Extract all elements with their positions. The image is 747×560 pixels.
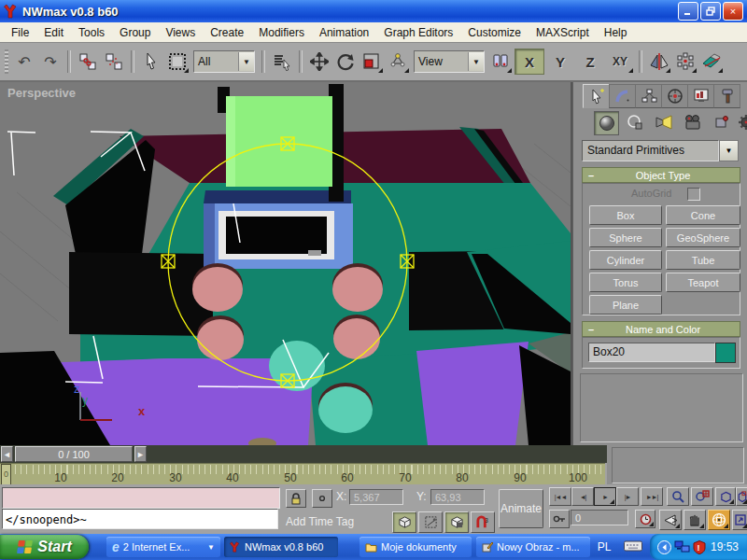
maxscript-mini-listener[interactable] <box>2 487 280 509</box>
taskbar-clock[interactable]: 19:53 <box>711 540 739 553</box>
category-systems[interactable] <box>734 111 747 133</box>
language-indicator[interactable]: PL <box>594 539 614 555</box>
zoom-all-icon[interactable] <box>691 487 713 506</box>
keyboard-icon[interactable] <box>624 539 642 553</box>
frame-forward-arrow[interactable]: ► <box>134 446 147 462</box>
spinner-snap-icon[interactable]: 3 <box>471 511 495 533</box>
close-button[interactable]: × <box>723 2 743 21</box>
undo-icon[interactable]: ↶ <box>12 49 36 74</box>
select-and-link-icon[interactable] <box>76 49 100 74</box>
network-icon[interactable] <box>674 540 690 554</box>
restrict-xy-plane-button[interactable]: XY <box>606 49 634 74</box>
select-and-rotate-icon[interactable] <box>333 49 358 74</box>
tab-display[interactable] <box>687 84 714 108</box>
snaps-toggle-icon[interactable] <box>386 49 410 74</box>
pan-view-icon[interactable] <box>684 510 706 530</box>
perspective-viewport[interactable]: Perspective <box>0 82 572 445</box>
menu-maxscript[interactable]: MAXScript <box>529 23 597 42</box>
zoom-extents-all-icon[interactable] <box>736 487 747 506</box>
dropdown-arrow-icon[interactable]: ▼ <box>468 52 484 71</box>
select-and-move-icon[interactable] <box>307 49 331 74</box>
taskbar-item-nwmax[interactable]: NWmax v0.8 b60 <box>224 537 338 557</box>
play-animation-icon[interactable]: ► <box>594 487 616 506</box>
zoom-view-icon[interactable] <box>667 487 689 506</box>
tab-utilities[interactable] <box>713 84 740 108</box>
time-slider[interactable]: 0 / 100 <box>15 446 133 462</box>
tab-modify[interactable] <box>609 84 636 108</box>
start-button[interactable]: Start <box>0 535 89 559</box>
menu-graph-editors[interactable]: Graph Editors <box>376 23 460 42</box>
taskbar-item-moje-dokumenty[interactable]: Moje dokumenty <box>359 537 472 557</box>
use-pivot-center-icon[interactable] <box>488 49 513 74</box>
restrict-z-button[interactable]: Z <box>576 49 604 74</box>
array-icon[interactable] <box>673 49 698 74</box>
x-coordinate-field[interactable]: 5,367 <box>349 489 403 505</box>
menu-customize[interactable]: Customize <box>460 23 529 42</box>
dropdown-arrow-icon[interactable]: ▼ <box>719 140 739 161</box>
go-to-end-icon[interactable]: ►►| <box>641 487 663 506</box>
category-shapes[interactable] <box>623 111 646 133</box>
region-select-icon[interactable] <box>165 49 190 74</box>
select-and-scale-icon[interactable] <box>359 49 384 74</box>
object-name-input[interactable]: Box20 <box>588 343 715 362</box>
tab-motion[interactable] <box>661 84 688 108</box>
autogrid-checkbox[interactable] <box>687 188 700 201</box>
rollout-object-type-header[interactable]: – Object Type <box>582 167 740 183</box>
restrict-x-button[interactable]: X <box>514 49 544 75</box>
selection-lock-icon[interactable] <box>286 489 306 508</box>
menu-group[interactable]: Group <box>112 23 158 42</box>
field-of-view-icon[interactable] <box>659 510 682 530</box>
security-shield-icon[interactable]: ! <box>693 540 706 554</box>
viewport-scene[interactable]: z y x <box>0 82 571 445</box>
tab-create[interactable] <box>583 84 610 108</box>
minimize-button[interactable] <box>678 2 698 21</box>
current-frame-marker[interactable]: 0 <box>1 464 11 486</box>
min-max-toggle-icon[interactable] <box>732 510 747 530</box>
primitive-torus-button[interactable]: Torus <box>589 273 662 292</box>
reference-coordsys-dropdown[interactable]: View ▼ <box>414 50 485 73</box>
menu-views[interactable]: Views <box>158 23 203 42</box>
menu-help[interactable]: Help <box>597 23 635 42</box>
redo-icon[interactable]: ↷ <box>38 49 63 74</box>
toolbar-handle[interactable] <box>5 49 8 74</box>
menu-tools[interactable]: Tools <box>71 23 112 42</box>
taskbar-item-nowy-obraz[interactable]: Nowy Obraz - m... <box>476 537 590 557</box>
primitive-geosphere-button[interactable]: GeoSphere <box>666 228 740 247</box>
category-helpers[interactable] <box>710 111 733 133</box>
arc-rotate-icon[interactable] <box>708 510 730 530</box>
snap-3d-icon[interactable] <box>392 511 416 533</box>
set-key-icon[interactable] <box>549 510 570 528</box>
viewport-label[interactable]: Perspective <box>7 86 76 100</box>
animate-button[interactable]: Animate <box>499 489 543 528</box>
primitive-sphere-button[interactable]: Sphere <box>589 228 662 247</box>
previous-frame-icon[interactable]: ◄| <box>571 487 594 506</box>
next-frame-icon[interactable]: |► <box>616 487 639 506</box>
angle-snap-icon[interactable] <box>418 511 443 533</box>
category-cameras[interactable] <box>681 111 704 133</box>
menu-file[interactable]: File <box>4 23 36 42</box>
menu-animation[interactable]: Animation <box>312 23 376 42</box>
category-geometry[interactable] <box>594 111 619 135</box>
dropdown-arrow-icon[interactable]: ▼ <box>238 52 254 71</box>
absolute-mode-icon[interactable] <box>312 489 332 508</box>
unlink-selection-icon[interactable] <box>102 49 126 74</box>
listener-status-line[interactable]: </snoopend>~ <box>2 509 278 529</box>
current-frame-field[interactable]: 0 <box>571 510 628 525</box>
percent-snap-icon[interactable] <box>444 511 469 533</box>
tab-hierarchy[interactable] <box>635 84 662 108</box>
zoom-extents-icon[interactable] <box>715 487 736 506</box>
go-to-start-icon[interactable]: |◄◄ <box>549 487 571 506</box>
monitor-object[interactable] <box>204 190 353 269</box>
primitive-cylinder-button[interactable]: Cylinder <box>589 250 662 270</box>
category-lights[interactable] <box>652 111 675 133</box>
selection-filter-dropdown[interactable]: All ▼ <box>193 50 255 73</box>
menu-modifiers[interactable]: Modifiers <box>251 23 312 42</box>
primitive-teapot-button[interactable]: Teapot <box>666 273 740 292</box>
object-color-swatch[interactable] <box>715 343 736 363</box>
select-object-icon[interactable] <box>139 49 163 74</box>
primitive-category-dropdown[interactable]: Standard Primitives ▼ <box>582 140 739 161</box>
rollout-name-color-header[interactable]: – Name and Color <box>582 321 740 337</box>
menu-create[interactable]: Create <box>203 23 251 42</box>
time-configuration-icon[interactable] <box>635 510 655 528</box>
mirror-icon[interactable] <box>647 49 671 74</box>
